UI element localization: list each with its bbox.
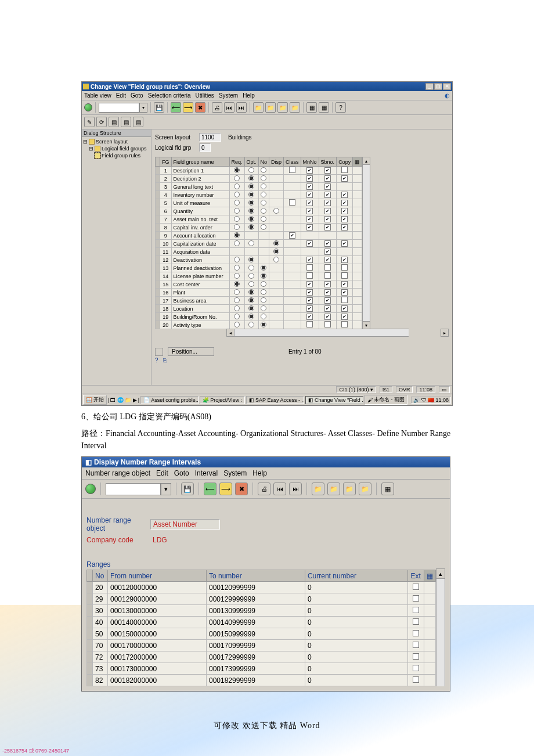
command-field[interactable]: ▾ [106, 483, 171, 495]
grid-row[interactable]: 9Account allocation [156, 232, 362, 240]
first-page-icon[interactable]: ⏮ [224, 102, 234, 113]
position-button[interactable]: Position... [168, 347, 214, 356]
taskbar-item[interactable]: ◧SAP Easy Access - ... [246, 396, 304, 404]
cancel-icon[interactable]: ✖ [195, 102, 205, 113]
menu-system[interactable]: System [219, 92, 238, 99]
grid-row[interactable]: 1Description 1 [156, 167, 362, 175]
grid-row[interactable]: 7Asset main no. text [156, 215, 362, 224]
range-row[interactable]: 400001400000000001409999990 [87, 617, 436, 628]
exit-icon[interactable]: ⟶ [219, 483, 232, 495]
system-tray[interactable]: 🔊 🛡 🇨🇳 11:08 [411, 397, 451, 404]
help-icon[interactable]: ? [335, 102, 346, 113]
enter-icon[interactable] [84, 103, 92, 111]
quick-launch[interactable]: 🗔 🌐 📁 ▶ [110, 397, 137, 403]
range-row[interactable]: 700001700000000001709999990 [87, 640, 436, 651]
menu-edit[interactable]: Edit [156, 469, 168, 477]
grid-row[interactable]: 3General long text [156, 183, 362, 191]
save-icon[interactable]: 💾 [181, 483, 194, 495]
tree-logical-field-groups[interactable]: ⊟Logical field groups [83, 145, 150, 152]
menu-system[interactable]: System [223, 469, 247, 477]
grid-row[interactable]: 20Activity type [156, 321, 362, 329]
titlebar[interactable]: ◧ Display Number Range Intervals [82, 457, 450, 467]
tool-icon[interactable]: ✎ [84, 117, 95, 127]
nav-icon[interactable]: 📁 [290, 102, 300, 113]
back-icon[interactable]: ⟵ [204, 483, 217, 495]
tree-screen-layout[interactable]: ⊟Screen layout [83, 138, 150, 145]
grid-vscroll[interactable]: ▴▾ [362, 157, 370, 329]
nav-icon[interactable]: 📁 [312, 483, 324, 495]
grid-row[interactable]: 11Acquisition data [156, 248, 362, 256]
menu-selection[interactable]: Selection criteria [148, 92, 191, 99]
grid-row[interactable]: 4Inventory number [156, 191, 362, 199]
grid-row[interactable]: 16Plant [156, 289, 362, 297]
nav-icon[interactable]: 📁 [265, 102, 276, 113]
last-page-icon[interactable]: ⏭ [289, 483, 302, 495]
layout-icon[interactable]: ▦ [306, 102, 317, 113]
range-row[interactable]: 500001500000000001509999990 [87, 628, 436, 640]
exit-icon[interactable]: ⟶ [183, 102, 193, 113]
taskbar-item-active[interactable]: ◧Change View "Field ... [305, 396, 363, 404]
grid-row[interactable]: 17Business area [156, 297, 362, 305]
nav-icon[interactable]: 📁 [327, 483, 340, 495]
menu-nro[interactable]: Number range object [85, 469, 150, 477]
enter-icon[interactable] [85, 484, 96, 494]
grid-row[interactable]: 14License plate number [156, 272, 362, 280]
print-icon[interactable]: 🖨 [212, 102, 222, 113]
layout-icon[interactable]: ▦ [319, 102, 329, 113]
grid-row[interactable]: 15Cost center [156, 280, 362, 289]
last-page-icon[interactable]: ⏭ [236, 102, 247, 113]
menu-utilities[interactable]: Utilities [196, 92, 214, 99]
command-field[interactable]: ▾ [99, 103, 147, 113]
grid-row[interactable]: 8Capital inv. order [156, 224, 362, 232]
range-row[interactable]: 820001820000000001829999990 [87, 675, 436, 686]
range-row[interactable]: 720001720000000001729999990 [87, 651, 436, 663]
windows-taskbar: 🪟开始 | 🗔 🌐 📁 ▶ | 📄Asset config proble... … [82, 394, 452, 405]
menu-help[interactable]: Help [243, 92, 255, 99]
print-icon[interactable]: 🖨 [258, 483, 270, 495]
tool-icon[interactable]: ▤ [109, 117, 119, 127]
range-row[interactable]: 730001730000000001739999990 [87, 663, 436, 675]
grid-row[interactable]: 19Building/Room No. [156, 313, 362, 321]
range-row[interactable]: 290001290000000001299999990 [87, 593, 436, 605]
menu-interval[interactable]: Interval [195, 469, 218, 477]
minimize-button[interactable]: _ [425, 83, 434, 90]
tree-field-group-rules[interactable]: Field group rules [83, 152, 150, 159]
grid-row[interactable]: 18Location [156, 305, 362, 313]
taskbar-item[interactable]: 🖌未命名 - 画图 [365, 395, 407, 405]
close-button[interactable]: ✕ [443, 83, 451, 90]
range-row[interactable]: 200001200000000001209999990 [87, 582, 436, 593]
layout-icon[interactable]: ▦ [381, 483, 394, 495]
grip-icon[interactable] [155, 348, 163, 356]
grid-row[interactable]: 6Quantity [156, 207, 362, 215]
logical-fld-grp-label: Logical fld grp [155, 145, 197, 151]
menu-edit[interactable]: Edit [116, 92, 126, 99]
tool-icon[interactable]: ▤ [121, 117, 131, 127]
nav-icon[interactable]: 📁 [277, 102, 288, 113]
grid-row[interactable]: 2Decription 2 [156, 175, 362, 183]
menu-goto[interactable]: Goto [131, 92, 143, 99]
taskbar-item[interactable]: 📄Asset config proble... [140, 396, 199, 404]
save-icon[interactable]: 💾 [154, 102, 164, 113]
nav-icon[interactable]: 📁 [359, 483, 371, 495]
taskbar-item[interactable]: 🧩Project/View : [200, 396, 245, 404]
grid-row[interactable]: 12Deactivation [156, 256, 362, 264]
back-icon[interactable]: ⟵ [171, 102, 181, 113]
ranges-vscroll[interactable]: ▴ [436, 568, 445, 686]
grid-hscroll[interactable]: ◂▸ [155, 329, 449, 337]
range-row[interactable]: 300001300000000001309999990 [87, 605, 436, 617]
menu-help[interactable]: Help [252, 469, 267, 477]
start-button[interactable]: 🪟开始 [83, 395, 107, 405]
titlebar[interactable]: Change View "Field group rules": Overvie… [82, 82, 452, 91]
cancel-icon[interactable]: ✖ [235, 483, 248, 495]
tool-icon[interactable]: ⟳ [96, 117, 107, 127]
maximize-button[interactable]: ▢ [434, 83, 442, 90]
grid-row[interactable]: 5Unit of measure [156, 199, 362, 207]
tool-icon[interactable]: ▤ [133, 117, 143, 127]
menu-table-view[interactable]: Table view [84, 92, 111, 99]
first-page-icon[interactable]: ⏮ [273, 483, 286, 495]
nav-icon[interactable]: 📁 [343, 483, 356, 495]
grid-row[interactable]: 13Planned deactivation [156, 264, 362, 272]
grid-row[interactable]: 10Capitalization date [156, 240, 362, 248]
nav-icon[interactable]: 📁 [253, 102, 264, 113]
menu-goto[interactable]: Goto [174, 469, 189, 477]
